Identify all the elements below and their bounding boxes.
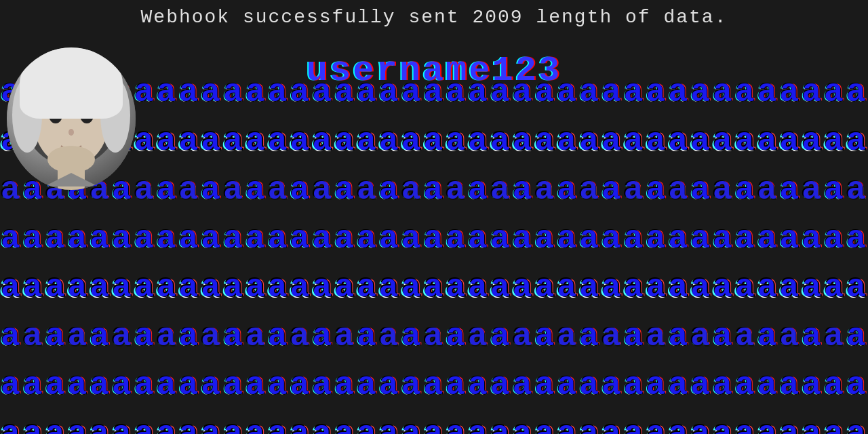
spam-char: a (268, 416, 289, 434)
spam-char: a (601, 318, 623, 355)
spam-char: a (268, 172, 289, 208)
spam-char: a (179, 269, 200, 306)
spam-char: a (668, 269, 689, 306)
spam-char: a (601, 74, 623, 111)
spam-char: a (846, 123, 867, 159)
spam-char: a (67, 318, 88, 355)
spam-char: a (690, 367, 711, 403)
spam-char: a (668, 74, 689, 111)
spam-char: a (713, 367, 734, 403)
spam-char: a (201, 416, 222, 434)
spam-char: a (201, 74, 222, 111)
spam-char: a (423, 367, 444, 403)
spam-char: a (134, 220, 155, 257)
spam-char: a (90, 269, 111, 306)
spam-char: a (490, 367, 511, 403)
spam-char: a (423, 269, 444, 306)
svg-point-4 (100, 78, 130, 153)
spam-row: aaaaaaaaaaaaaaaaaaaaaaaaaaaaaaaaaaaaaaaa… (0, 214, 868, 263)
spam-char: a (446, 220, 467, 257)
spam-char: a (23, 367, 44, 403)
spam-char: a (357, 269, 378, 306)
spam-char: a (401, 318, 422, 355)
spam-char: a (579, 123, 600, 159)
spam-char: a (90, 367, 111, 403)
spam-char: a (157, 269, 178, 306)
spam-char: a (557, 269, 578, 306)
spam-char: a (379, 220, 400, 257)
spam-char: a (179, 74, 200, 111)
spam-char: a (824, 318, 845, 355)
spam-char: a (357, 172, 378, 208)
spam-char: a (45, 269, 66, 306)
spam-char: a (334, 318, 355, 355)
spam-char: a (713, 269, 734, 306)
spam-row: aaaaaaaaaaaaaaaaaaaaaaaaaaaaaaaaaaaaaaaa… (0, 263, 868, 312)
spam-char: a (690, 269, 711, 306)
spam-char: a (112, 318, 133, 355)
spam-char: a (490, 220, 511, 257)
spam-char: a (579, 269, 600, 306)
spam-char: a (624, 269, 645, 306)
spam-char: a (223, 123, 244, 159)
spam-char: a (90, 416, 111, 434)
spam-char: a (579, 367, 600, 403)
svg-point-6 (80, 107, 94, 123)
spam-char: a (245, 123, 267, 159)
spam-char: a (468, 318, 489, 355)
spam-char: a (179, 220, 200, 257)
spam-char: a (357, 220, 378, 257)
spam-char: a (134, 74, 155, 111)
spam-char: a (357, 123, 378, 159)
spam-char: a (802, 367, 823, 403)
spam-char: a (490, 269, 511, 306)
spam-char: a (490, 416, 511, 434)
spam-char: a (601, 416, 623, 434)
spam-char: a (401, 416, 422, 434)
spam-char: a (668, 416, 689, 434)
spam-char: a (513, 367, 534, 403)
spam-char: a (824, 123, 845, 159)
spam-char: a (67, 220, 88, 257)
spam-char: a (401, 123, 422, 159)
spam-char: a (646, 172, 667, 208)
spam-char: a (157, 318, 178, 355)
username-overlay: username123 (307, 51, 561, 91)
spam-char: a (846, 74, 867, 111)
spam-char: a (45, 367, 66, 403)
spam-char: a (312, 172, 333, 208)
webhook-message-text: Webhook successfully sent 2009 length of… (141, 7, 728, 28)
spam-char: a (624, 172, 645, 208)
spam-char: a (45, 220, 66, 257)
username-text: username123 (307, 51, 561, 91)
spam-char: a (779, 367, 800, 403)
spam-char: a (223, 172, 244, 208)
spam-char: a (579, 74, 600, 111)
spam-char: a (557, 172, 578, 208)
spam-char: a (268, 123, 289, 159)
spam-char: a (690, 318, 711, 355)
spam-char: a (535, 318, 556, 355)
spam-char: a (268, 74, 289, 111)
spam-char: a (201, 318, 222, 355)
webhook-notification: Webhook successfully sent 2009 length of… (0, 7, 868, 28)
svg-point-7 (56, 111, 60, 115)
spam-char: a (713, 318, 734, 355)
spam-char: a (757, 318, 778, 355)
spam-char: a (779, 269, 800, 306)
spam-char: a (579, 220, 600, 257)
spam-char: a (779, 220, 800, 257)
spam-char: a (423, 220, 444, 257)
spam-char: a (601, 220, 623, 257)
spam-char: a (134, 172, 155, 208)
spam-char: a (668, 220, 689, 257)
svg-point-8 (87, 111, 91, 115)
spam-char: a (779, 123, 800, 159)
spam-char: a (179, 172, 200, 208)
spam-char: a (557, 220, 578, 257)
spam-char: a (245, 416, 267, 434)
spam-char: a (824, 74, 845, 111)
spam-char: a (268, 269, 289, 306)
spam-char: a (668, 123, 689, 159)
spam-char: a (646, 269, 667, 306)
